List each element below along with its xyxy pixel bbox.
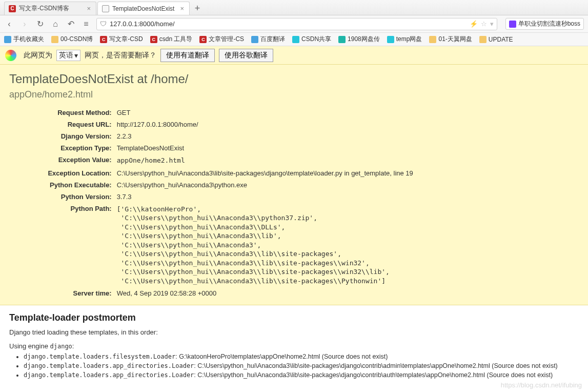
translate-google-button[interactable]: 使用谷歌翻译 <box>219 49 273 62</box>
plus-icon: + <box>195 3 200 14</box>
browser-logo-icon <box>5 50 16 61</box>
translate-suffix: 网页，是否需要翻译？ <box>85 51 156 60</box>
extension-icon <box>509 21 516 28</box>
star-icon[interactable]: ☆ <box>481 20 487 28</box>
value-request-method: GET <box>117 107 578 118</box>
language-select[interactable]: 英语 ▾ <box>56 50 80 61</box>
tab-title: TemplateDoesNotExist <box>112 5 176 12</box>
label-exception-type: Exception Type: <box>10 143 116 153</box>
label-exception-value: Exception Value: <box>10 154 116 167</box>
flash-icon[interactable]: ⚡ <box>470 20 478 28</box>
tab-bar: C 写文章-CSDN博客 × TemplateDoesNotExist × + <box>0 0 588 15</box>
loader-name: django.template.loaders.app_directories.… <box>24 362 194 369</box>
bookmark-manage[interactable]: C文章管理-CS <box>199 35 244 44</box>
bookmark-label: UPDATE <box>489 36 513 43</box>
bookmark-label: 1908网盘传 <box>348 35 380 44</box>
shield-icon: 🛡 <box>100 20 107 28</box>
bookmark-label: 00-CSDN博 <box>60 35 93 44</box>
extension-label: 单职业切割流速秒boss <box>518 19 580 28</box>
page-content: TemplateDoesNotExist at /home/ appOne/ho… <box>0 65 588 388</box>
label-django-version: Django Version: <box>10 131 116 142</box>
cloud-icon <box>338 36 346 43</box>
chevron-down-icon: ▾ <box>74 51 78 60</box>
page-favicon-icon <box>102 5 109 12</box>
using-prefix: Using engine <box>9 342 50 350</box>
bookmark-share[interactable]: CSDN共享 <box>292 35 331 44</box>
home-button[interactable]: ⌂ <box>50 19 60 29</box>
url-input[interactable] <box>110 20 467 28</box>
forward-button[interactable]: › <box>19 19 30 29</box>
cloud-icon <box>292 36 299 43</box>
csdn-icon: C <box>199 36 207 43</box>
nav-bar: ‹ › ↻ ⌂ ↶ ≡ 🛡 ⚡ ☆ ▾ 单职业切割流速秒boss <box>0 15 588 33</box>
loader-name: django.template.loaders.filesystem.Loade… <box>24 353 175 360</box>
mobile-icon <box>4 36 11 43</box>
postmortem-title: Template-loader postmortem <box>9 312 579 323</box>
reload-button[interactable]: ↻ <box>35 19 45 29</box>
close-icon[interactable]: × <box>179 5 185 12</box>
extension-area: 单职业切割流速秒boss <box>502 18 584 30</box>
loader-path: C:\Users\python_hui\Anaconda3\lib\site-p… <box>197 371 553 379</box>
loader-path: G:\katoonHeroPro\templates\appOne\home2.… <box>179 353 388 360</box>
translate-icon <box>251 36 258 43</box>
using-suffix: : <box>72 342 74 350</box>
bookmark-write[interactable]: C写文章-CSD <box>100 35 143 44</box>
bookmark-label: CSDN共享 <box>301 35 331 44</box>
value-python-version: 3.7.3 <box>117 191 578 202</box>
address-bar[interactable]: 🛡 ⚡ ☆ ▾ <box>96 18 497 30</box>
error-summary: TemplateDoesNotExist at /home/ appOne/ho… <box>0 65 588 305</box>
bookmark-1908[interactable]: 1908网盘传 <box>338 35 380 44</box>
bookmark-label: 百度翻译 <box>260 35 285 44</box>
bookmark-temp[interactable]: temp网盘 <box>387 35 422 44</box>
csdn-icon: C <box>150 36 157 43</box>
label-server-time: Server time: <box>10 288 116 299</box>
close-icon[interactable]: × <box>86 5 92 12</box>
language-value: 英语 <box>59 51 73 60</box>
extension-pill[interactable]: 单职业切割流速秒boss <box>505 18 584 30</box>
csdn-icon: C <box>100 36 107 43</box>
browser-tab-csdn[interactable]: C 写文章-CSDN博客 × <box>4 2 96 15</box>
translate-youdao-button[interactable]: 使用有道翻译 <box>160 49 215 62</box>
bookmark-folder-00[interactable]: 00-CSDN博 <box>51 35 93 44</box>
bookmark-label: temp网盘 <box>396 35 422 44</box>
bookmark-baidu[interactable]: 百度翻译 <box>251 35 285 44</box>
menu-button[interactable]: ≡ <box>81 19 91 29</box>
postmortem-intro: Django tried loading these templates, in… <box>9 328 579 336</box>
value-python-executable: C:\Users\python_hui\Anaconda3\python.exe <box>117 180 578 190</box>
folder-icon <box>51 36 58 43</box>
bookmark-label: 手机收藏夹 <box>13 35 44 44</box>
value-exception-value: appOne/home2.html <box>117 154 578 167</box>
template-postmortem: Template-loader postmortem Django tried … <box>0 305 588 388</box>
value-django-version: 2.2.3 <box>117 131 578 142</box>
label-request-method: Request Method: <box>10 107 116 118</box>
bookmark-folder-01[interactable]: 01-天翼网盘 <box>429 35 472 44</box>
folder-icon <box>429 36 436 43</box>
value-server-time: Wed, 4 Sep 2019 02:58:28 +0000 <box>117 288 578 299</box>
label-python-version: Python Version: <box>10 191 116 202</box>
new-tab-button[interactable]: + <box>191 2 204 15</box>
loader-name: django.template.loaders.app_directories.… <box>24 371 194 379</box>
label-python-executable: Python Executable: <box>10 180 116 190</box>
value-request-url: http://127.0.0.1:8000/home/ <box>117 119 578 130</box>
bookmark-bar: 手机收藏夹 00-CSDN博 C写文章-CSD Ccsdn 工具导 C文章管理-… <box>0 33 588 46</box>
label-request-url: Request URL: <box>10 119 116 130</box>
label-python-path: Python Path: <box>10 203 116 287</box>
bookmark-folder-update[interactable]: UPDATE <box>479 36 513 43</box>
bookmark-mobile[interactable]: 手机收藏夹 <box>4 35 44 44</box>
bookmark-label: 01-天翼网盘 <box>438 35 472 44</box>
bookmark-tools[interactable]: Ccsdn 工具导 <box>150 35 193 44</box>
list-item: django.template.loaders.app_directories.… <box>24 362 579 369</box>
undo-button[interactable]: ↶ <box>66 19 76 29</box>
list-item: django.template.loaders.filesystem.Loade… <box>24 353 579 360</box>
error-meta-table: Request Method:GET Request URL:http://12… <box>9 106 579 300</box>
dropdown-icon[interactable]: ▾ <box>490 20 494 28</box>
postmortem-list: django.template.loaders.filesystem.Loade… <box>9 353 579 379</box>
loader-path: C:\Users\python_hui\Anaconda3\lib\site-p… <box>197 362 557 369</box>
tab-title: 写文章-CSDN博客 <box>19 4 83 13</box>
postmortem-using: Using engine django: <box>9 342 579 350</box>
value-python-path: ['G:\\katoonHeroPro', 'C:\\Users\\python… <box>117 203 578 287</box>
error-title: TemplateDoesNotExist at /home/ <box>9 72 579 86</box>
browser-tab-django[interactable]: TemplateDoesNotExist × <box>97 2 190 15</box>
list-item: django.template.loaders.app_directories.… <box>24 371 579 379</box>
back-button[interactable]: ‹ <box>4 19 14 29</box>
